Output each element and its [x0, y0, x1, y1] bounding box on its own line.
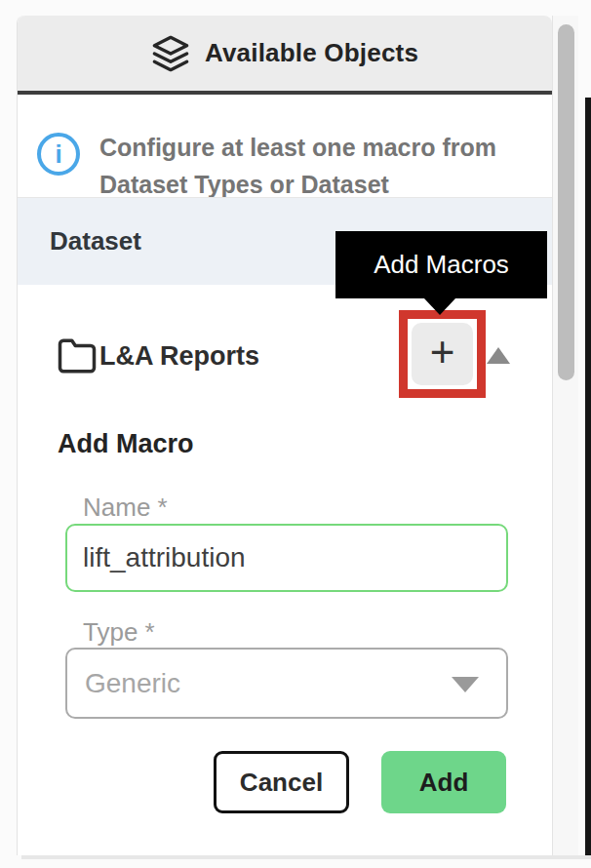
collapse-up-icon[interactable]	[487, 347, 510, 364]
dataset-section-label: Dataset	[18, 226, 141, 256]
scrollbar-track[interactable]	[552, 16, 578, 855]
layers-icon	[151, 34, 190, 73]
cancel-button[interactable]: Cancel	[214, 751, 349, 813]
folder-icon	[55, 335, 99, 376]
type-dropdown[interactable]: Generic	[65, 648, 508, 719]
folder-row-la-reports[interactable]: L&A Reports	[55, 335, 259, 376]
info-message: i Configure at least one macro from Data…	[37, 117, 533, 203]
add-button[interactable]: Add	[381, 751, 506, 813]
bottom-divider	[21, 855, 591, 859]
add-macros-button[interactable]: +	[412, 323, 473, 385]
scrollbar-thumb[interactable]	[558, 24, 574, 380]
name-field-label: Name *	[83, 493, 168, 523]
name-input[interactable]	[65, 524, 508, 592]
type-field-label: Type *	[83, 617, 155, 648]
folder-label: L&A Reports	[99, 341, 259, 372]
type-dropdown-value: Generic	[67, 668, 180, 699]
available-objects-panel: Available Objects i Configure at least o…	[17, 16, 552, 855]
chevron-down-icon	[452, 677, 479, 692]
panel-title: Available Objects	[205, 38, 418, 68]
panel-header: Available Objects	[18, 16, 552, 95]
add-macros-tooltip: Add Macros	[335, 231, 547, 298]
info-icon: i	[37, 133, 80, 176]
add-macro-form-title: Add Macro	[58, 429, 194, 459]
add-macros-highlight-box: +	[399, 310, 486, 398]
info-message-text: Configure at least one macro from Datase…	[99, 117, 533, 203]
adjacent-panel-edge	[585, 98, 591, 856]
tooltip-label: Add Macros	[374, 250, 509, 280]
tooltip-pointer	[424, 298, 455, 315]
